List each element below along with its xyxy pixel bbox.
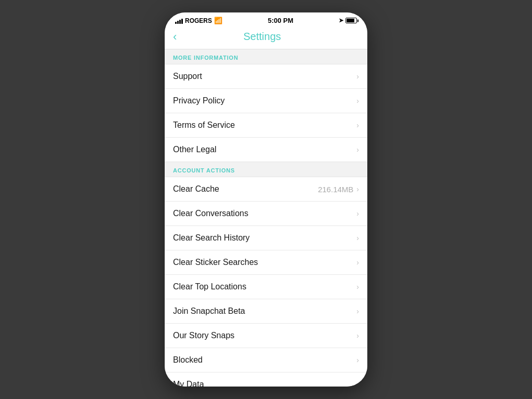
section-account-actions: ACCOUNT ACTIONS Clear Cache 216.14MB › C… — [165, 162, 367, 387]
list-item-join-snapchat-beta[interactable]: Join Snapchat Beta › — [165, 299, 367, 324]
list-item-right-privacy-policy: › — [356, 97, 359, 105]
list-item-right-blocked: › — [356, 356, 359, 364]
list-section-more-information: Support › Privacy Policy › Terms of Serv… — [165, 64, 367, 162]
list-item-terms-of-service[interactable]: Terms of Service › — [165, 113, 367, 138]
list-item-right-my-data: › — [356, 380, 359, 387]
list-item-label-privacy-policy: Privacy Policy — [173, 96, 225, 105]
list-item-right-clear-top-locations: › — [356, 283, 359, 291]
list-item-right-clear-sticker-searches: › — [356, 258, 359, 267]
list-item-blocked[interactable]: Blocked › — [165, 348, 367, 373]
status-bar: ROGERS 📶 5:00 PM ➤ — [165, 12, 367, 26]
list-item-label-support: Support — [173, 72, 202, 81]
signal-bars-icon — [175, 18, 183, 24]
status-right: ➤ — [339, 17, 357, 24]
chevron-icon-clear-conversations: › — [356, 209, 359, 218]
list-item-label-my-data: My Data — [173, 380, 204, 387]
list-item-clear-cache[interactable]: Clear Cache 216.14MB › — [165, 177, 367, 202]
list-item-support[interactable]: Support › — [165, 64, 367, 89]
section-header-more-information: MORE INFORMATION — [165, 49, 367, 64]
list-item-privacy-policy[interactable]: Privacy Policy › — [165, 89, 367, 113]
battery-icon — [345, 18, 357, 23]
list-item-clear-conversations[interactable]: Clear Conversations › — [165, 202, 367, 226]
chevron-icon-support: › — [356, 72, 359, 81]
section-more-information: MORE INFORMATION Support › Privacy Polic… — [165, 49, 367, 162]
chevron-icon-clear-sticker-searches: › — [356, 258, 359, 267]
list-item-clear-search-history[interactable]: Clear Search History › — [165, 226, 367, 250]
list-item-label-clear-cache: Clear Cache — [173, 184, 219, 194]
chevron-icon-join-snapchat-beta: › — [356, 307, 359, 315]
nav-bar: ‹ Settings — [165, 26, 367, 49]
page-title: Settings — [182, 31, 342, 43]
status-left: ROGERS 📶 — [175, 17, 222, 24]
section-header-account-actions: ACCOUNT ACTIONS — [165, 162, 367, 177]
chevron-icon-terms-of-service: › — [356, 121, 359, 129]
phone-frame: ROGERS 📶 5:00 PM ➤ ‹ Settings MORE INFOR… — [165, 12, 367, 387]
list-item-right-clear-cache: 216.14MB › — [318, 185, 359, 194]
list-item-right-support: › — [356, 72, 359, 81]
list-item-label-other-legal: Other Legal — [173, 145, 217, 154]
list-item-label-clear-search-history: Clear Search History — [173, 233, 250, 243]
list-item-label-blocked: Blocked — [173, 355, 203, 365]
list-item-right-terms-of-service: › — [356, 121, 359, 129]
list-item-label-clear-sticker-searches: Clear Sticker Searches — [173, 258, 258, 267]
chevron-icon-blocked: › — [356, 356, 359, 364]
list-item-label-clear-top-locations: Clear Top Locations — [173, 282, 246, 291]
settings-content: MORE INFORMATION Support › Privacy Polic… — [165, 49, 367, 387]
chevron-icon-clear-search-history: › — [356, 234, 359, 242]
chevron-icon-our-story-snaps: › — [356, 331, 359, 340]
wifi-icon: 📶 — [214, 17, 222, 24]
chevron-icon-clear-top-locations: › — [356, 283, 359, 291]
list-item-right-our-story-snaps: › — [356, 331, 359, 340]
chevron-icon-privacy-policy: › — [356, 97, 359, 105]
chevron-icon-other-legal: › — [356, 145, 359, 154]
list-item-clear-top-locations[interactable]: Clear Top Locations › — [165, 275, 367, 299]
clear-cache-value: 216.14MB — [318, 185, 353, 194]
list-item-right-clear-search-history: › — [356, 234, 359, 242]
list-item-my-data[interactable]: My Data › — [165, 373, 367, 387]
location-arrow-icon: ➤ — [339, 17, 343, 24]
status-time: 5:00 PM — [268, 17, 293, 24]
list-item-clear-sticker-searches[interactable]: Clear Sticker Searches › — [165, 250, 367, 275]
carrier-label: ROGERS — [185, 17, 212, 24]
list-item-label-clear-conversations: Clear Conversations — [173, 209, 248, 218]
list-item-right-join-snapchat-beta: › — [356, 307, 359, 315]
list-item-our-story-snaps[interactable]: Our Story Snaps › — [165, 324, 367, 348]
list-item-label-our-story-snaps: Our Story Snaps — [173, 331, 234, 340]
list-section-account-actions: Clear Cache 216.14MB › Clear Conversatio… — [165, 177, 367, 387]
list-item-other-legal[interactable]: Other Legal › — [165, 138, 367, 162]
chevron-icon-clear-cache: › — [356, 185, 359, 193]
chevron-icon-my-data: › — [356, 380, 359, 387]
list-item-right-clear-conversations: › — [356, 209, 359, 218]
list-item-label-terms-of-service: Terms of Service — [173, 121, 235, 130]
back-button[interactable]: ‹ — [173, 31, 182, 43]
list-item-right-other-legal: › — [356, 145, 359, 154]
list-item-label-join-snapchat-beta: Join Snapchat Beta — [173, 307, 245, 316]
